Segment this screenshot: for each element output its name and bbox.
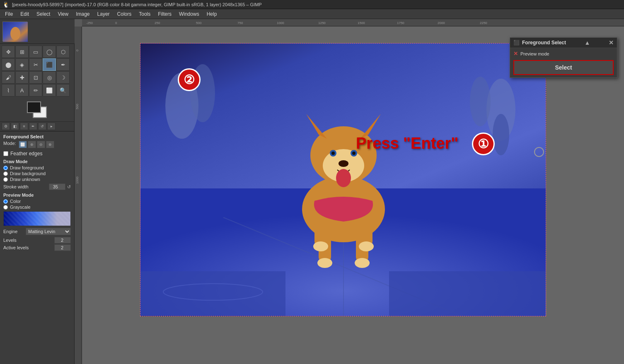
foreground-color[interactable] bbox=[27, 101, 41, 113]
tool-options-icon[interactable]: ⚙ bbox=[2, 123, 10, 130]
canvas-image[interactable]: Press "Enter" ① ② bbox=[140, 43, 546, 316]
smudge-tool[interactable]: ⌇ bbox=[2, 84, 15, 96]
annotation-badge-1: ① bbox=[472, 133, 495, 155]
color-select-tool[interactable]: ◈ bbox=[15, 58, 29, 71]
circle-indicator bbox=[534, 147, 544, 157]
preview-mode-section: Preview Mode Color Grayscale bbox=[3, 193, 71, 210]
svg-text:-250: -250 bbox=[86, 21, 93, 25]
image-thumbnail[interactable]: ✕ bbox=[2, 22, 27, 41]
svg-rect-46 bbox=[140, 271, 285, 316]
eraser-tool[interactable]: ⬜ bbox=[43, 84, 56, 96]
mode-subtract[interactable]: ⊖ bbox=[37, 141, 45, 148]
svg-point-34 bbox=[331, 152, 335, 155]
alignment-tool[interactable]: ⊞ bbox=[15, 46, 29, 58]
svg-text:1750: 1750 bbox=[397, 21, 404, 25]
annotation-badge-2: ② bbox=[178, 68, 201, 91]
active-levels-input[interactable] bbox=[54, 244, 71, 251]
fg-dialog-x[interactable]: ✕ bbox=[513, 51, 518, 57]
zoom-tool[interactable]: 🔍 bbox=[56, 84, 70, 96]
titlebar: 🐧 [pexels-hnoody93-58997] (imported)-17.… bbox=[0, 0, 624, 9]
menu-layer[interactable]: Layer bbox=[94, 10, 113, 18]
mode-label: Mode: bbox=[3, 141, 16, 148]
svg-text:1250: 1250 bbox=[318, 21, 326, 25]
svg-point-28 bbox=[493, 114, 509, 155]
draw-unknown-label: Draw unknown bbox=[10, 177, 40, 182]
preview-grayscale-radio[interactable] bbox=[3, 205, 8, 210]
draw-foreground-radio[interactable] bbox=[3, 166, 8, 170]
draw-background-radio[interactable] bbox=[3, 171, 8, 176]
draw-mode-label: Draw Mode bbox=[3, 159, 71, 164]
perspective-clone-tool[interactable]: ⊡ bbox=[29, 71, 42, 84]
svg-text:0: 0 bbox=[115, 21, 117, 25]
pencil-tool[interactable]: ✏ bbox=[29, 84, 42, 96]
rect-select-tool[interactable]: ▭ bbox=[29, 46, 42, 58]
preview-color-label: Color bbox=[10, 199, 21, 204]
svg-point-45 bbox=[359, 241, 374, 251]
path-tool[interactable]: ✒ bbox=[56, 58, 70, 71]
menu-file[interactable]: File bbox=[2, 10, 16, 18]
fuzzy-select-tool[interactable]: ⬤ bbox=[2, 58, 15, 71]
move-tool[interactable]: ✥ bbox=[2, 46, 15, 58]
stroke-width-row: Stroke width ↺ bbox=[3, 183, 71, 190]
menu-windows[interactable]: Windows bbox=[176, 10, 203, 18]
svg-text:750: 750 bbox=[237, 21, 243, 25]
active-levels-label: Active levels bbox=[3, 245, 53, 250]
menu-view[interactable]: View bbox=[54, 10, 72, 18]
free-select-tool[interactable]: ⬡ bbox=[56, 46, 70, 58]
paint-tool[interactable]: 🖌 bbox=[2, 71, 15, 84]
menu-tools[interactable]: Tools bbox=[135, 10, 154, 18]
fg-dialog-minimize[interactable]: ▲ bbox=[585, 39, 590, 46]
menu-image[interactable]: Image bbox=[73, 10, 93, 18]
color-swatch bbox=[27, 101, 48, 118]
blur-tool[interactable]: ◎ bbox=[43, 71, 56, 84]
fg-dialog-body: ✕ Preview mode Select bbox=[510, 48, 617, 77]
text-tool[interactable]: A bbox=[15, 84, 29, 96]
collapse-panel-icon[interactable]: ▸ bbox=[47, 123, 56, 130]
menu-edit[interactable]: Edit bbox=[17, 10, 32, 18]
mode-add[interactable]: ⊕ bbox=[28, 141, 36, 148]
fg-select-button[interactable]: Select bbox=[513, 60, 614, 75]
levels-row: Levels bbox=[3, 237, 71, 243]
ellipse-select-tool[interactable]: ◯ bbox=[43, 46, 56, 58]
preview-strip bbox=[3, 211, 71, 226]
preview-color-radio[interactable] bbox=[3, 199, 8, 204]
menu-colors[interactable]: Colors bbox=[114, 10, 135, 18]
layers-icon[interactable]: ◧ bbox=[11, 123, 19, 130]
svg-text:2000: 2000 bbox=[438, 21, 445, 25]
mode-intersect[interactable]: ⊗ bbox=[46, 141, 54, 148]
levels-input[interactable] bbox=[54, 237, 71, 243]
dodge-burn-tool[interactable]: ☽ bbox=[56, 71, 70, 84]
draw-background-row: Draw background bbox=[3, 171, 71, 176]
draw-background-label: Draw background bbox=[10, 171, 46, 176]
history-icon[interactable]: ↺ bbox=[38, 123, 46, 130]
mode-replace[interactable]: ⬜ bbox=[19, 141, 27, 148]
fg-dialog-title: Foreground Select bbox=[522, 40, 566, 46]
svg-rect-47 bbox=[389, 271, 546, 316]
svg-text:1000: 1000 bbox=[277, 21, 284, 25]
draw-unknown-radio[interactable] bbox=[3, 177, 8, 182]
stroke-reset-icon[interactable]: ↺ bbox=[67, 184, 71, 190]
svg-text:0: 0 bbox=[75, 49, 79, 51]
preview-grayscale-row: Grayscale bbox=[3, 205, 71, 210]
preview-color-row: Color bbox=[3, 199, 71, 204]
tool-grid: ✥ ⊞ ▭ ◯ ⬡ ⬤ ◈ ✂ ⬛ ✒ 🖌 ✚ ⊡ ◎ ☽ ⌇ A ✏ ⬜ 🔍 bbox=[0, 44, 74, 98]
foreground-select-tool[interactable]: ⬛ bbox=[43, 58, 56, 71]
feather-edges-checkbox[interactable] bbox=[3, 151, 8, 156]
menu-filters[interactable]: Filters bbox=[155, 10, 175, 18]
svg-rect-15 bbox=[75, 27, 82, 364]
paths-icon[interactable]: ✒ bbox=[29, 123, 37, 130]
scissors-tool[interactable]: ✂ bbox=[29, 58, 42, 71]
heal-tool[interactable]: ✚ bbox=[15, 71, 29, 84]
fg-dialog-close[interactable]: ✕ bbox=[609, 39, 614, 46]
engine-select[interactable]: Matting Levin Matting Global bbox=[26, 228, 71, 235]
channels-icon[interactable]: ≡ bbox=[20, 123, 28, 130]
menu-help[interactable]: Help bbox=[203, 10, 220, 18]
stroke-width-input[interactable] bbox=[49, 183, 65, 190]
ruler-horizontal: -250 0 250 500 750 1000 1250 1500 1750 2… bbox=[82, 19, 624, 27]
svg-text:1500: 1500 bbox=[358, 21, 365, 25]
svg-point-42 bbox=[317, 258, 332, 268]
toolbox-panel-icons: ⚙ ◧ ≡ ✒ ↺ ▸ bbox=[0, 121, 74, 131]
tool-options-title: Foreground Select bbox=[3, 134, 71, 139]
menu-select[interactable]: Select bbox=[33, 10, 53, 18]
title-icon: 🐧 bbox=[2, 1, 10, 8]
